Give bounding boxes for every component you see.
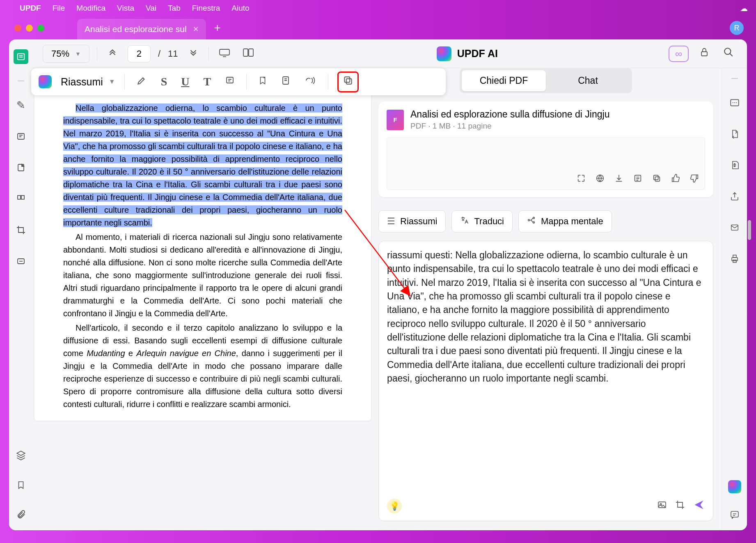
menu-modifica[interactable]: Modifica — [76, 4, 105, 13]
organize-pages-icon[interactable] — [14, 191, 28, 206]
compress-icon[interactable] — [727, 158, 742, 173]
user-avatar[interactable]: R — [730, 21, 744, 35]
close-window-button[interactable] — [14, 25, 21, 32]
infinity-badge[interactable]: ∞ — [669, 46, 689, 62]
app-name[interactable]: UPDF — [20, 4, 41, 13]
print-icon[interactable] — [727, 251, 742, 266]
svg-rect-11 — [701, 52, 707, 56]
minimize-window-button[interactable] — [26, 25, 33, 32]
chat-icon[interactable] — [727, 507, 742, 522]
ctx-divider — [246, 74, 247, 90]
crop-tool-icon[interactable] — [14, 223, 28, 237]
tab-close-icon[interactable]: × — [193, 24, 199, 35]
ai-action-pills: ☰ Riassumi Traduci Mappa mentale — [378, 210, 713, 232]
strikethrough-icon[interactable]: S — [158, 73, 170, 91]
edit-tool-icon[interactable] — [14, 129, 28, 144]
note-icon[interactable] — [222, 73, 237, 91]
add-bookmark-icon[interactable] — [256, 73, 270, 91]
maximize-window-button[interactable] — [37, 25, 44, 32]
email-icon[interactable] — [727, 220, 742, 235]
svg-rect-21 — [654, 175, 658, 180]
menu-vai[interactable]: Vai — [146, 4, 156, 13]
svg-rect-20 — [655, 177, 660, 181]
pdf-file-icon: F — [387, 110, 404, 130]
share-icon[interactable] — [727, 189, 742, 204]
next-page-icon[interactable] — [186, 45, 201, 63]
pill-summarize[interactable]: ☰ Riassumi — [378, 210, 446, 232]
ai-chat-input[interactable]: riassumi questi: Nella globalizzazione o… — [378, 241, 713, 521]
page-input[interactable] — [128, 45, 151, 62]
comment-tool-icon[interactable]: ✎ — [14, 98, 28, 113]
page-slash: / — [158, 48, 160, 59]
selected-text: Nella globalizzazione odierna, lo scambi… — [63, 104, 342, 227]
list-icon[interactable] — [633, 174, 642, 185]
updf-ai-icon[interactable] — [728, 480, 741, 493]
ai-panel: Chiedi PDF Chat F Analisi ed esplorazion… — [377, 68, 722, 530]
ai-doc-meta: PDF · 1 MB · 11 pagine — [410, 122, 609, 131]
redact-tool-icon[interactable] — [14, 254, 28, 269]
highlight-icon[interactable] — [134, 73, 149, 91]
svg-point-12 — [724, 48, 731, 54]
document-tab[interactable]: Analisi ed esplorazione sul × — [77, 19, 206, 39]
translate-icon — [460, 216, 469, 227]
bookmark-icon[interactable] — [14, 478, 28, 492]
search-icon[interactable] — [720, 47, 737, 60]
new-tab-button[interactable]: + — [214, 21, 221, 35]
lock-icon[interactable] — [696, 47, 712, 60]
svg-rect-5 — [18, 196, 21, 199]
ai-input-text[interactable]: riassumi questi: Nella globalizzazione o… — [387, 248, 705, 494]
download-icon[interactable] — [614, 174, 623, 185]
content-row: Riassumi ▼ S U T — [33, 68, 747, 530]
menu-file[interactable]: File — [53, 4, 65, 13]
main-area: 75% ▼ / 11 UPDF AI — [33, 39, 747, 530]
convert-icon[interactable] — [727, 127, 742, 141]
presentation-icon[interactable] — [216, 45, 233, 62]
svg-rect-15 — [346, 78, 352, 84]
text-icon[interactable]: T — [201, 73, 213, 91]
dictionary-icon[interactable] — [279, 73, 293, 91]
suggestion-bulb-icon[interactable]: 💡 — [387, 499, 402, 513]
menubar: UPDF File Modifica Vista Vai Tab Finestr… — [0, 0, 756, 16]
document-viewer[interactable]: Nella globalizzazione odierna, lo scambi… — [34, 72, 371, 421]
titlebar: Analisi ed esplorazione sul × + R — [0, 16, 756, 39]
menu-finestra[interactable]: Finestra — [192, 4, 220, 13]
menu-aiuto[interactable]: Aiuto — [231, 4, 249, 13]
thumbs-down-icon[interactable] — [690, 174, 699, 185]
svg-rect-13 — [227, 77, 233, 83]
svg-rect-10 — [249, 49, 253, 56]
svg-point-24 — [533, 222, 535, 223]
tab-ask-pdf[interactable]: Chiedi PDF — [462, 70, 546, 91]
globe-icon[interactable] — [596, 174, 605, 185]
scrollbar-thumb[interactable] — [748, 220, 751, 240]
crop-attach-icon[interactable] — [675, 500, 685, 512]
speak-icon[interactable] — [302, 73, 319, 91]
underline-icon[interactable]: U — [179, 73, 192, 91]
context-action-select[interactable]: Riassumi ▼ — [61, 76, 115, 88]
zoom-value: 75% — [51, 48, 69, 59]
menu-tab[interactable]: Tab — [168, 4, 181, 13]
document-text[interactable]: Nella globalizzazione odierna, lo scambi… — [34, 72, 371, 421]
menu-vista[interactable]: Vista — [117, 4, 134, 13]
page-tool-icon[interactable] — [14, 160, 28, 175]
svg-point-23 — [533, 217, 535, 219]
copy-icon[interactable] — [337, 71, 359, 92]
tab-chat[interactable]: Chat — [546, 70, 630, 91]
split-view-icon[interactable] — [240, 45, 257, 62]
mindmap-icon — [527, 216, 536, 227]
menubar-cloud-icon[interactable]: ☁ — [740, 4, 748, 13]
attachment-icon[interactable] — [14, 507, 28, 522]
reader-mode-icon[interactable] — [14, 49, 28, 64]
pill-mindmap[interactable]: Mappa mentale — [518, 210, 612, 232]
ctx-divider — [124, 74, 125, 90]
ocr-icon[interactable] — [727, 95, 742, 110]
layers-icon[interactable] — [14, 448, 28, 463]
pill-translate[interactable]: Traduci — [451, 210, 513, 232]
image-attach-icon[interactable] — [657, 500, 667, 512]
copy-result-icon[interactable] — [652, 174, 661, 185]
thumbs-up-icon[interactable] — [671, 174, 680, 185]
ai-document-card: F Analisi ed esplorazione sulla diffusio… — [378, 101, 713, 197]
send-button-icon[interactable] — [693, 499, 705, 513]
zoom-selector[interactable]: 75% ▼ — [43, 45, 89, 63]
prev-page-icon[interactable] — [105, 45, 120, 63]
expand-icon[interactable] — [577, 174, 586, 185]
